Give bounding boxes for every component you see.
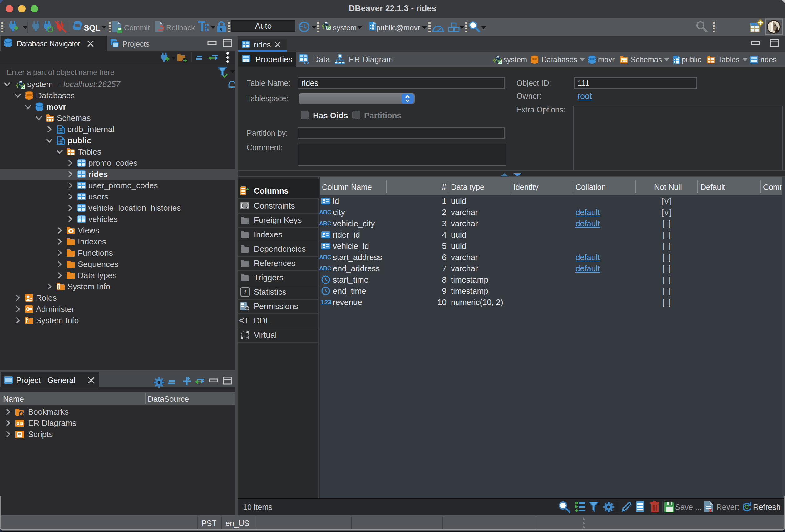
svg-text:i: i: [244, 288, 246, 296]
